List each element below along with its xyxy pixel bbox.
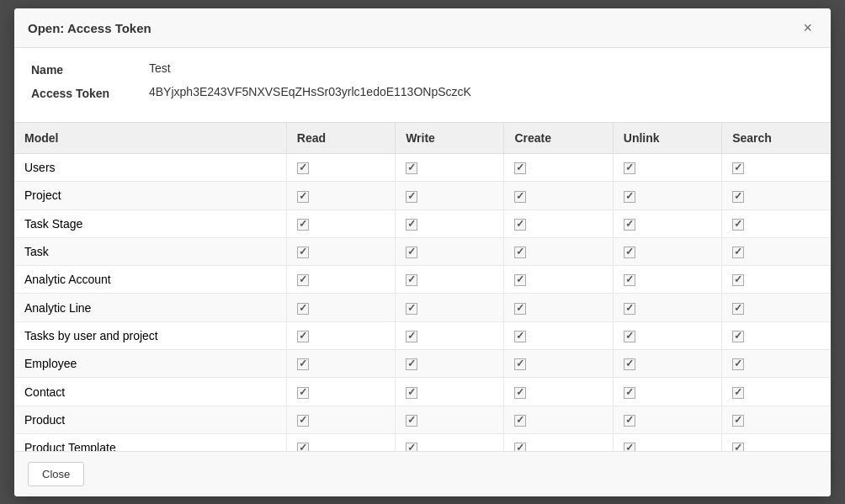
cell-read — [286, 350, 395, 378]
search-checkbox[interactable] — [732, 247, 744, 258]
cell-model: Product — [14, 406, 286, 433]
create-checkbox[interactable] — [514, 387, 526, 399]
create-checkbox[interactable] — [514, 331, 526, 342]
search-checkbox[interactable] — [732, 219, 744, 231]
cell-search — [722, 266, 831, 294]
unlink-checkbox[interactable] — [624, 331, 635, 342]
cell-read — [286, 182, 395, 210]
cell-create — [504, 182, 613, 210]
table-row: Contact — [14, 378, 831, 406]
modal-title: Open: Access Token — [28, 21, 151, 35]
search-checkbox[interactable] — [732, 191, 744, 203]
cell-model: Tasks by user and project — [14, 321, 286, 349]
cell-search — [722, 294, 831, 321]
read-checkbox[interactable] — [297, 219, 309, 231]
write-checkbox[interactable] — [406, 415, 417, 427]
cell-create — [504, 321, 613, 349]
name-row: Name Test — [31, 61, 814, 77]
cell-write — [396, 237, 504, 265]
search-checkbox[interactable] — [732, 387, 744, 399]
write-checkbox[interactable] — [406, 331, 417, 342]
unlink-checkbox[interactable] — [624, 274, 635, 286]
read-checkbox[interactable] — [297, 191, 309, 203]
read-checkbox[interactable] — [297, 247, 309, 258]
cell-write — [396, 433, 504, 451]
write-checkbox[interactable] — [406, 303, 417, 315]
create-checkbox[interactable] — [514, 219, 526, 231]
cell-search — [722, 433, 831, 451]
close-button[interactable]: Close — [28, 462, 84, 486]
create-checkbox[interactable] — [514, 443, 526, 451]
table-row: Users — [14, 154, 831, 182]
cell-read — [286, 378, 395, 406]
table-row: Product — [14, 406, 831, 433]
cell-write — [396, 210, 504, 237]
info-section: Name Test Access Token 4BYjxph3E243VF5NX… — [14, 48, 831, 122]
search-checkbox[interactable] — [732, 303, 744, 315]
table-row: Tasks by user and project — [14, 321, 831, 349]
write-checkbox[interactable] — [406, 443, 417, 451]
unlink-checkbox[interactable] — [624, 191, 635, 203]
col-model: Model — [14, 123, 286, 154]
table-row: Project — [14, 182, 831, 210]
read-checkbox[interactable] — [297, 387, 309, 399]
read-checkbox[interactable] — [297, 303, 309, 315]
write-checkbox[interactable] — [406, 219, 417, 231]
unlink-checkbox[interactable] — [624, 415, 635, 427]
read-checkbox[interactable] — [297, 162, 309, 174]
unlink-checkbox[interactable] — [624, 247, 635, 258]
cell-read — [286, 154, 395, 182]
unlink-checkbox[interactable] — [624, 162, 635, 174]
create-checkbox[interactable] — [514, 415, 526, 427]
permissions-table: Model Read Write Create Unlink Search Us… — [14, 122, 831, 451]
write-checkbox[interactable] — [406, 274, 417, 286]
create-checkbox[interactable] — [514, 303, 526, 315]
table-row: Task — [14, 237, 831, 265]
search-checkbox[interactable] — [732, 443, 744, 451]
cell-model: Task Stage — [14, 210, 286, 237]
cell-read — [286, 406, 395, 433]
unlink-checkbox[interactable] — [624, 358, 635, 370]
read-checkbox[interactable] — [297, 274, 309, 286]
read-checkbox[interactable] — [297, 331, 309, 342]
modal-dialog: Open: Access Token × Name Test Access To… — [14, 8, 831, 496]
write-checkbox[interactable] — [406, 162, 417, 174]
unlink-checkbox[interactable] — [624, 443, 635, 451]
search-checkbox[interactable] — [732, 358, 744, 370]
cell-write — [396, 266, 504, 294]
cell-write — [396, 378, 504, 406]
write-checkbox[interactable] — [406, 358, 417, 370]
table-row: Task Stage — [14, 210, 831, 237]
write-checkbox[interactable] — [406, 191, 417, 203]
cell-model: Product Template — [14, 433, 286, 451]
unlink-checkbox[interactable] — [624, 303, 635, 315]
create-checkbox[interactable] — [514, 191, 526, 203]
unlink-checkbox[interactable] — [624, 219, 635, 231]
cell-unlink — [613, 266, 721, 294]
create-checkbox[interactable] — [514, 274, 526, 286]
cell-search — [722, 210, 831, 237]
unlink-checkbox[interactable] — [624, 387, 635, 399]
table-row: Employee — [14, 350, 831, 378]
cell-write — [396, 294, 504, 321]
name-value: Test — [149, 61, 171, 75]
search-checkbox[interactable] — [732, 331, 744, 342]
cell-unlink — [613, 182, 721, 210]
write-checkbox[interactable] — [406, 387, 417, 399]
read-checkbox[interactable] — [297, 443, 309, 451]
create-checkbox[interactable] — [514, 247, 526, 258]
search-checkbox[interactable] — [732, 415, 744, 427]
cell-read — [286, 237, 395, 265]
create-checkbox[interactable] — [514, 358, 526, 370]
cell-unlink — [613, 154, 721, 182]
create-checkbox[interactable] — [514, 162, 526, 174]
read-checkbox[interactable] — [297, 415, 309, 427]
cell-create — [504, 406, 613, 433]
table-body: UsersProjectTask StageTaskAnalytic Accou… — [14, 154, 831, 452]
search-checkbox[interactable] — [732, 274, 744, 286]
modal-close-button[interactable]: × — [798, 19, 817, 37]
write-checkbox[interactable] — [406, 247, 417, 258]
read-checkbox[interactable] — [297, 358, 309, 370]
search-checkbox[interactable] — [732, 162, 744, 174]
cell-model: Employee — [14, 350, 286, 378]
